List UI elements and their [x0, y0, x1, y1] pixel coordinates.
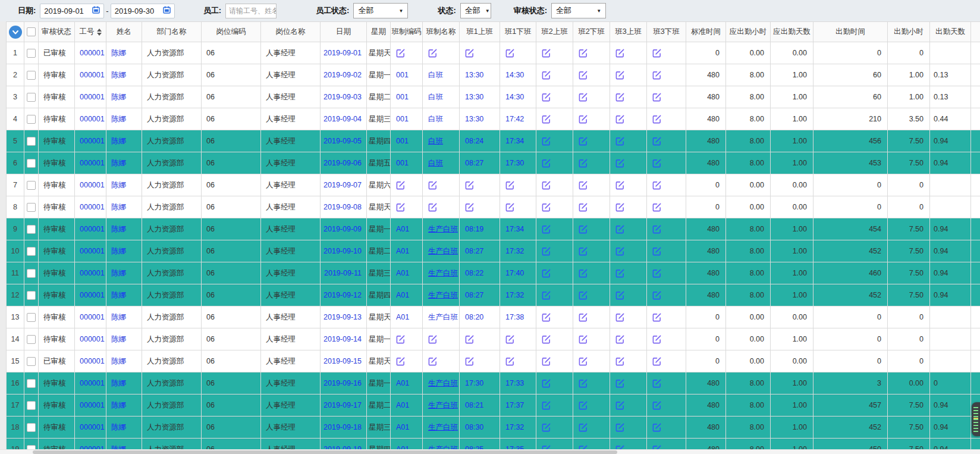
- date-link[interactable]: 2019-09-03: [323, 93, 362, 101]
- edit-icon[interactable]: [428, 49, 437, 58]
- row-checkbox[interactable]: [27, 115, 36, 124]
- employee-name-link[interactable]: 陈娜: [111, 159, 126, 167]
- edit-icon[interactable]: [615, 291, 624, 300]
- employee-name-link[interactable]: 陈娜: [111, 247, 126, 255]
- edit-icon[interactable]: [396, 49, 405, 58]
- edit-icon[interactable]: [615, 269, 624, 278]
- edit-icon[interactable]: [505, 357, 514, 366]
- date-to-input[interactable]: 2019-09-30: [111, 4, 175, 18]
- edit-icon[interactable]: [652, 115, 661, 124]
- shift1-out-link[interactable]: 14:30: [505, 71, 524, 79]
- calendar-icon[interactable]: [163, 6, 171, 15]
- employee-no-link[interactable]: 000001: [80, 247, 105, 255]
- edit-icon[interactable]: [579, 137, 588, 146]
- shift-code-link[interactable]: A01: [396, 401, 409, 409]
- employee-no-link[interactable]: 000001: [80, 423, 105, 431]
- shift-code-link[interactable]: A01: [396, 291, 409, 299]
- edit-icon[interactable]: [615, 49, 624, 58]
- shift1-in-link[interactable]: 08:24: [465, 137, 483, 145]
- shift1-out-link[interactable]: 14:30: [505, 93, 524, 101]
- edit-icon[interactable]: [652, 379, 661, 388]
- shift-code-link[interactable]: A01: [396, 313, 409, 321]
- date-link[interactable]: 2019-09-07: [323, 181, 362, 189]
- shift1-out-link[interactable]: 17:37: [505, 401, 524, 409]
- shift1-in-link[interactable]: 08:19: [465, 225, 483, 233]
- row-checkbox[interactable]: [27, 203, 36, 212]
- edit-icon[interactable]: [579, 379, 588, 388]
- edit-icon[interactable]: [652, 269, 661, 278]
- employee-name-link[interactable]: 陈娜: [111, 291, 126, 299]
- date-link[interactable]: 2019-09-09: [323, 225, 362, 233]
- collapse-all-button[interactable]: [9, 26, 22, 39]
- shift1-out-link[interactable]: 17:38: [505, 313, 524, 321]
- employee-name-link[interactable]: 陈娜: [111, 203, 126, 211]
- edit-icon[interactable]: [615, 93, 624, 102]
- employee-status-select[interactable]: 全部 ▼: [353, 3, 408, 18]
- employee-no-link[interactable]: 000001: [80, 181, 105, 189]
- date-link[interactable]: 2019-09-05: [323, 137, 362, 145]
- employee-search-input[interactable]: 请输工号、姓名或拼音: [225, 4, 277, 18]
- edit-icon[interactable]: [465, 181, 474, 190]
- edit-icon[interactable]: [615, 247, 624, 256]
- shift-name-link[interactable]: 白班: [428, 115, 443, 123]
- shift-code-link[interactable]: A01: [396, 225, 409, 233]
- edit-icon[interactable]: [542, 49, 551, 58]
- shift1-in-link[interactable]: 13:30: [465, 115, 483, 123]
- edit-icon[interactable]: [542, 137, 551, 146]
- edit-icon[interactable]: [652, 247, 661, 256]
- employee-name-link[interactable]: 陈娜: [111, 137, 126, 145]
- edit-icon[interactable]: [542, 115, 551, 124]
- edit-icon[interactable]: [542, 247, 551, 256]
- shift-name-link[interactable]: 生产白班: [428, 313, 458, 321]
- edit-icon[interactable]: [652, 291, 661, 300]
- employee-name-link[interactable]: 陈娜: [111, 181, 126, 189]
- shift1-out-link[interactable]: 17:33: [505, 379, 524, 387]
- shift1-out-link[interactable]: 17:30: [505, 159, 524, 167]
- edit-icon[interactable]: [396, 335, 405, 344]
- horizontal-scrollbar-thumb[interactable]: [33, 450, 617, 454]
- row-checkbox[interactable]: [27, 137, 36, 146]
- date-link[interactable]: 2019-09-11: [324, 269, 362, 277]
- shift-name-link[interactable]: 白班: [428, 137, 443, 145]
- shift1-in-link[interactable]: 13:30: [465, 71, 483, 79]
- edit-icon[interactable]: [615, 401, 624, 410]
- row-checkbox[interactable]: [27, 71, 36, 80]
- column-header-工号[interactable]: 工号: [75, 22, 106, 42]
- edit-icon[interactable]: [579, 71, 588, 80]
- edit-icon[interactable]: [396, 203, 405, 212]
- edit-icon[interactable]: [465, 357, 474, 366]
- employee-name-link[interactable]: 陈娜: [111, 357, 126, 365]
- shift-code-link[interactable]: 001: [396, 71, 409, 79]
- shift-name-link[interactable]: 白班: [428, 93, 443, 101]
- audit-status-select[interactable]: 全部 ▼: [551, 3, 606, 18]
- edit-icon[interactable]: [579, 93, 588, 102]
- edit-icon[interactable]: [579, 313, 588, 322]
- edit-icon[interactable]: [579, 247, 588, 256]
- employee-no-link[interactable]: 000001: [80, 269, 105, 277]
- date-link[interactable]: 2019-09-08: [323, 203, 362, 211]
- edit-icon[interactable]: [579, 181, 588, 190]
- shift-name-link[interactable]: 生产白班: [428, 379, 458, 387]
- edit-icon[interactable]: [579, 115, 588, 124]
- edit-icon[interactable]: [615, 159, 624, 168]
- row-checkbox[interactable]: [27, 291, 36, 300]
- edit-icon[interactable]: [652, 203, 661, 212]
- minimap-widget[interactable]: [972, 402, 980, 436]
- edit-icon[interactable]: [579, 225, 588, 234]
- edit-icon[interactable]: [505, 203, 514, 212]
- shift1-in-link[interactable]: 08:30: [465, 423, 483, 431]
- row-checkbox[interactable]: [27, 159, 36, 168]
- shift1-out-link[interactable]: 17:32: [505, 291, 524, 299]
- edit-icon[interactable]: [615, 335, 624, 344]
- edit-icon[interactable]: [542, 313, 551, 322]
- edit-icon[interactable]: [542, 335, 551, 344]
- employee-name-link[interactable]: 陈娜: [111, 225, 126, 233]
- edit-icon[interactable]: [542, 93, 551, 102]
- edit-icon[interactable]: [652, 159, 661, 168]
- edit-icon[interactable]: [652, 423, 661, 432]
- edit-icon[interactable]: [542, 203, 551, 212]
- edit-icon[interactable]: [579, 335, 588, 344]
- edit-icon[interactable]: [428, 357, 437, 366]
- employee-no-link[interactable]: 000001: [80, 379, 105, 387]
- row-checkbox[interactable]: [27, 93, 36, 102]
